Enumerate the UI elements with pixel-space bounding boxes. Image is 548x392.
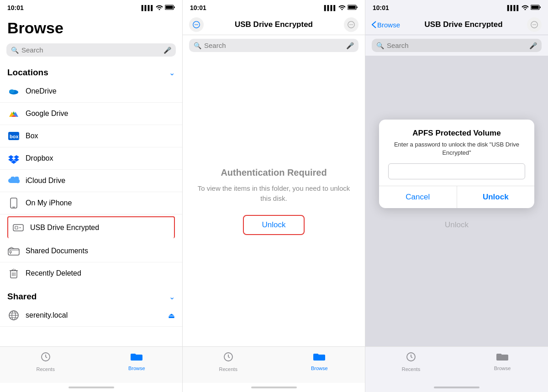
svg-rect-18 <box>13 225 23 231</box>
home-bar-1 <box>68 387 114 388</box>
more-icon[interactable] <box>189 17 204 32</box>
home-indicator-1 <box>0 383 182 392</box>
shareddocs-label: Shared Documents <box>26 247 175 255</box>
svg-point-44 <box>196 24 197 25</box>
back-button-3[interactable]: Browse <box>372 21 400 29</box>
cancel-button[interactable]: Cancel <box>379 186 457 208</box>
nav-title-3: USB Drive Encrypted <box>425 20 503 29</box>
unlock-button-2[interactable]: Unlock <box>243 215 305 235</box>
eject-icon[interactable]: ⏏ <box>168 311 175 320</box>
locations-chevron-icon[interactable]: ⌄ <box>169 68 175 77</box>
nav-bar-3: Browse USB Drive Encrypted <box>365 15 548 35</box>
trash-icon <box>7 267 20 280</box>
clock-icon-3 <box>406 351 416 365</box>
svg-rect-19 <box>15 226 18 229</box>
recentlydeleted-label: Recently Deleted <box>26 269 175 277</box>
shareddocs-icon <box>7 245 20 257</box>
list-item-box[interactable]: box Box <box>0 125 182 147</box>
search-input-3[interactable] <box>387 42 527 49</box>
battery-icon-3 <box>531 5 541 11</box>
locations-header: Locations ⌄ <box>0 60 182 80</box>
list-item-serenitylocal[interactable]: serenity.local ⏏ <box>0 304 182 327</box>
svg-line-61 <box>411 357 412 358</box>
unlock-dialog-button[interactable]: Unlock <box>457 186 535 208</box>
back-label-3: Browse <box>377 21 400 29</box>
svg-point-49 <box>352 24 353 25</box>
folder-icon-1 <box>131 351 142 364</box>
list-item-icloud[interactable]: iCloud Drive <box>0 170 182 192</box>
svg-point-3 <box>9 89 15 93</box>
svg-rect-17 <box>12 207 15 208</box>
wifi-icon-2 <box>338 5 346 11</box>
status-icons-2: ▌▌▌▌ <box>324 5 358 11</box>
googledrive-icon <box>7 107 20 120</box>
shared-chevron-icon[interactable]: ⌄ <box>169 293 175 301</box>
list-item-dropbox[interactable]: Dropbox <box>0 147 182 170</box>
search-bar-3[interactable]: 🔍 🎤 <box>372 39 542 52</box>
svg-rect-21 <box>8 249 19 255</box>
mic-icon-1[interactable]: 🎤 <box>163 47 171 54</box>
mic-icon-3[interactable]: 🎤 <box>529 42 537 49</box>
nav-title-2: USB Drive Encrypted <box>235 20 313 29</box>
dialog-actions: Cancel Unlock <box>379 186 534 208</box>
tab-browse-2[interactable]: Browse <box>274 350 365 371</box>
tab-bar-1: Recents Browse <box>0 346 182 383</box>
list-item-recentlydeleted[interactable]: Recently Deleted <box>0 262 182 284</box>
search-bar-1[interactable]: 🔍 🎤 <box>6 43 176 57</box>
battery-icon <box>165 5 175 11</box>
home-indicator-2 <box>183 383 365 392</box>
box-icon: box <box>7 130 20 142</box>
svg-point-57 <box>534 24 535 25</box>
svg-line-52 <box>228 357 230 358</box>
password-input[interactable] <box>388 163 525 179</box>
wifi-icon <box>156 5 163 11</box>
tab-recents-label-2: Recents <box>219 366 237 372</box>
tab-recents-2[interactable]: Recents <box>183 350 274 372</box>
time-2: 10:01 <box>190 4 206 11</box>
mic-icon-2[interactable]: 🎤 <box>346 42 354 49</box>
svg-point-56 <box>532 24 533 25</box>
home-indicator-3 <box>365 383 548 392</box>
status-icons-3: ▌▌▌▌ <box>507 5 541 11</box>
nav-more-right-icon-3[interactable] <box>527 17 542 32</box>
search-input-1[interactable] <box>21 46 161 54</box>
list-item-onedrive[interactable]: OneDrive <box>0 80 182 103</box>
clock-icon-1 <box>40 351 51 365</box>
tab-recents-3[interactable]: Recents <box>365 350 457 372</box>
nav-more-right-icon[interactable] <box>344 17 358 32</box>
search-bar-2[interactable]: 🔍 🎤 <box>189 39 358 52</box>
search-input-2[interactable] <box>204 42 343 49</box>
list-item-onmyiphone[interactable]: On My iPhone <box>0 192 182 214</box>
list-item-googledrive[interactable]: Google Drive <box>0 103 182 125</box>
home-bar-2 <box>251 387 297 388</box>
svg-rect-54 <box>532 6 539 9</box>
tab-browse-3[interactable]: Browse <box>457 350 548 371</box>
tab-recents-label-3: Recents <box>402 366 420 372</box>
tab-browse-1[interactable]: Browse <box>91 350 183 371</box>
nav-bar-2: USB Drive Encrypted <box>183 15 365 35</box>
status-bar-1: 10:01 ▌▌▌▌ <box>0 0 182 15</box>
onedrive-icon <box>7 85 20 98</box>
list-item-shareddocs[interactable]: Shared Documents <box>0 240 182 262</box>
panel3-main: Authentication Required To view the item… <box>365 56 548 346</box>
svg-line-39 <box>46 357 47 358</box>
nav-left-2 <box>189 17 204 32</box>
status-bar-2: 10:01 ▌▌▌▌ <box>183 0 365 15</box>
clock-icon-2 <box>223 351 234 365</box>
list-item-usbdrive[interactable]: USB Drive Encrypted <box>7 216 175 238</box>
tab-bar-2: Recents Browse <box>183 346 365 383</box>
svg-rect-1 <box>166 6 173 9</box>
dialog-title: APFS Protected Volume <box>388 129 525 138</box>
iphone-icon <box>7 197 20 209</box>
svg-point-45 <box>197 24 198 25</box>
svg-rect-16 <box>11 198 17 208</box>
onedrive-label: OneDrive <box>26 87 175 95</box>
shared-header: Shared ⌄ <box>0 284 182 304</box>
tab-recents-1[interactable]: Recents <box>0 350 91 372</box>
locations-list: OneDrive Google Drive box Box <box>0 80 182 284</box>
svg-point-58 <box>535 24 536 25</box>
status-bar-3: 10:01 ▌▌▌▌ <box>365 0 548 15</box>
svg-rect-41 <box>348 6 356 9</box>
icloud-label: iCloud Drive <box>26 177 175 185</box>
time-1: 10:01 <box>7 4 24 11</box>
